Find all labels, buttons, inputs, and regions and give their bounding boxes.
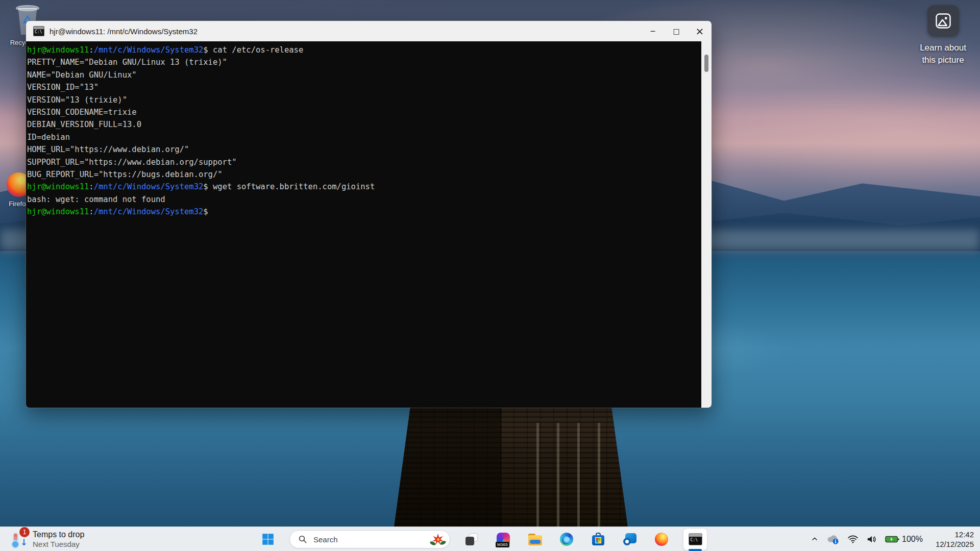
battery-percentage: 100% — [902, 535, 923, 544]
edge-icon — [560, 533, 573, 546]
terminal-line: BUG_REPORT_URL="https://bugs.debian.org/… — [27, 168, 700, 181]
terminal-app-icon: C:\ — [33, 26, 44, 36]
picture-icon — [927, 5, 959, 37]
terminal-line: SUPPORT_URL="https://www.debian.org/supp… — [27, 156, 700, 168]
terminal-line: DEBIAN_VERSION_FULL=13.0 — [27, 118, 700, 131]
search-input[interactable]: Search — [289, 530, 450, 548]
weather-text: Temps to drop Next Tuesday — [33, 530, 84, 548]
microsoft-store-button[interactable] — [588, 529, 608, 549]
poinsettia-icon — [430, 532, 446, 547]
weather-subline: Next Tuesday — [33, 540, 84, 548]
terminal-output[interactable]: hjr@windows11:/mnt/c/Windows/System32$ c… — [27, 44, 700, 408]
taskbar-center: Search M365 — [258, 527, 707, 551]
clock[interactable]: 12:42 12/12/2025 — [936, 530, 974, 549]
minimize-button[interactable]: ─ — [641, 21, 665, 41]
tray-chevron-up-icon[interactable] — [811, 535, 819, 543]
terminal-line: HOME_URL="https://www.debian.org/" — [27, 143, 700, 156]
task-view-button[interactable] — [461, 529, 482, 549]
running-app-indicator — [689, 549, 702, 551]
notification-badge: 1 — [19, 527, 30, 537]
terminal-line: bash: wget: command not found — [27, 193, 700, 206]
tray-date: 12/12/2025 — [936, 539, 974, 549]
weather-widget[interactable]: ↓ 1 Temps to drop Next Tuesday — [3, 527, 89, 551]
microsoft-store-icon — [592, 533, 605, 546]
maximize-button[interactable]: □ — [665, 21, 688, 41]
terminal-line: hjr@windows11:/mnt/c/Windows/System32$ — [27, 206, 700, 218]
edge-button[interactable] — [556, 529, 577, 549]
wooden-pier — [394, 406, 628, 528]
weather-headline: Temps to drop — [33, 530, 84, 539]
taskbar: ↓ 1 Temps to drop Next Tuesday — [0, 527, 980, 551]
terminal-body[interactable]: hjr@windows11:/mnt/c/Windows/System32$ c… — [26, 41, 712, 408]
search-placeholder: Search — [313, 535, 424, 544]
learn-about-picture-widget[interactable]: Learn about this picture — [914, 5, 972, 66]
learn-about-picture-label: Learn about this picture — [920, 42, 966, 66]
terminal-line: NAME="Debian GNU/Linux" — [27, 69, 700, 81]
close-button[interactable]: × — [688, 21, 712, 41]
terminal-button-active[interactable]: C:\ — [683, 528, 707, 550]
m365-copilot-icon: M365 — [497, 533, 510, 546]
window-titlebar[interactable]: C:\ hjr@windows11: /mnt/c/Windows/System… — [26, 21, 712, 41]
windows-logo-icon — [261, 533, 275, 546]
battery-status[interactable]: 100% — [885, 535, 923, 544]
terminal-line: hjr@windows11:/mnt/c/Windows/System32$ w… — [27, 181, 700, 193]
system-tray: 100% 12:42 12/12/2025 — [811, 527, 974, 551]
window-controls: ─ □ × — [641, 21, 712, 41]
terminal-icon: C:\ — [689, 533, 702, 545]
terminal-line: ID=debian — [27, 131, 700, 143]
search-icon — [298, 535, 307, 544]
terminal-line: hjr@windows11:/mnt/c/Windows/System32$ c… — [27, 44, 700, 56]
firefox-button[interactable] — [651, 529, 672, 549]
volume-icon[interactable] — [866, 535, 877, 544]
window-title: hjr@windows11: /mnt/c/Windows/System32 — [50, 27, 641, 36]
outlook-icon — [623, 533, 636, 545]
start-button[interactable] — [258, 529, 278, 549]
learn-label-line1: Learn about — [920, 42, 966, 54]
thermometer-icon: ↓ 1 — [8, 529, 29, 549]
terminal-line: VERSION_CODENAME=trixie — [27, 106, 700, 118]
firefox-icon — [655, 533, 668, 546]
m365-copilot-button[interactable]: M365 — [493, 529, 513, 549]
learn-label-line2: this picture — [920, 54, 966, 66]
desktop: Recycle Bin Firefox Learn about this pic… — [0, 0, 980, 551]
m365-badge: M365 — [496, 542, 509, 547]
onedrive-icon[interactable] — [826, 534, 840, 545]
terminal-line: VERSION_ID="13" — [27, 81, 700, 93]
file-explorer-button[interactable] — [525, 529, 545, 549]
terminal-scrollbar[interactable] — [701, 41, 712, 408]
task-view-icon — [465, 533, 478, 545]
tray-time: 12:42 — [936, 530, 974, 539]
temp-down-arrow-icon: ↓ — [20, 537, 28, 547]
battery-icon — [885, 535, 899, 544]
terminal-line: VERSION="13 (trixie)" — [27, 94, 700, 106]
outlook-button[interactable] — [620, 529, 640, 549]
file-explorer-icon — [528, 534, 542, 545]
wifi-icon[interactable] — [847, 535, 859, 544]
scrollbar-thumb[interactable] — [704, 55, 708, 72]
terminal-line: PRETTY_NAME="Debian GNU/Linux 13 (trixie… — [27, 56, 700, 68]
terminal-window: C:\ hjr@windows11: /mnt/c/Windows/System… — [26, 20, 712, 408]
